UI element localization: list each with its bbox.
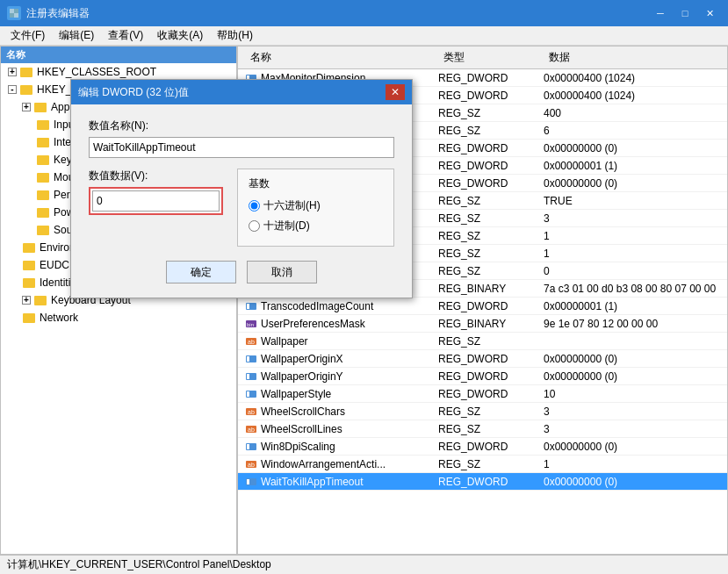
reg-data-cell: 0x00000000 (0) — [537, 176, 727, 190]
reg-data-cell: 3 — [537, 212, 727, 226]
title-bar: 注册表编辑器 ─ □ ✕ — [0, 0, 728, 26]
decimal-radio-input[interactable] — [249, 220, 260, 232]
reg-name-cell: TranscodedImageCount — [238, 299, 431, 313]
reg-type-cell: REG_DWORD — [431, 141, 537, 155]
dialog-cancel-button[interactable]: 取消 — [247, 261, 317, 283]
reg-type-cell: REG_DWORD — [431, 370, 537, 384]
table-row[interactable]: TranscodedImageCount REG_DWORD 0x0000000… — [238, 298, 727, 315]
reg-name-cell: WallpaperOriginX — [238, 352, 431, 366]
menu-help[interactable]: 帮助(H) — [210, 26, 260, 45]
folder-icon-ident — [22, 276, 36, 290]
dialog-data-input[interactable] — [92, 190, 220, 212]
svg-rect-51 — [247, 479, 249, 484]
reg-type-cell: REG_DWORD — [431, 159, 537, 173]
reg-type-cell: REG_BINARY — [431, 282, 537, 296]
hex-radio-label: 十六进制(H) — [263, 198, 321, 213]
table-row[interactable]: ab WindowArrangementActi... REG_SZ 1 — [238, 456, 727, 473]
reg-data-cell: 0x00000000 (0) — [537, 440, 727, 454]
svg-rect-37 — [247, 356, 249, 362]
reg-name-cell: WallpaperStyle — [238, 387, 431, 401]
dialog-close-button[interactable]: ✕ — [386, 84, 405, 100]
table-row[interactable]: WallpaperOriginY REG_DWORD 0x00000000 (0… — [238, 368, 727, 385]
dialog-name-input[interactable] — [89, 137, 394, 158]
dialog-decimal-radio[interactable]: 十进制(D) — [249, 219, 383, 233]
col-header-name: 名称 — [243, 48, 436, 67]
decimal-radio-label: 十进制(D) — [263, 219, 310, 233]
table-row[interactable]: ab Wallpaper REG_SZ — [238, 333, 727, 350]
app-icon — [7, 6, 21, 20]
menu-edit[interactable]: 编辑(E) — [52, 26, 101, 45]
table-row[interactable]: Win8DpiScaling REG_DWORD 0x00000000 (0) — [238, 438, 727, 456]
folder-icon-net — [22, 311, 36, 325]
folder-icon-mouse — [36, 170, 50, 184]
reg-data-cell: 0x00000000 (0) — [537, 370, 727, 384]
svg-text:bin: bin — [247, 322, 254, 327]
tree-item-classes-root[interactable]: + HKEY_CLASSES_ROOT — [1, 63, 236, 81]
reg-name-cell: WallpaperOriginY — [238, 370, 431, 384]
table-row[interactable]: WaitToKillAppTimeout REG_DWORD 0x0000000… — [238, 473, 727, 491]
reg-type-cell: REG_DWORD — [431, 176, 537, 190]
reg-type-icon: ab — [245, 423, 257, 435]
minimize-button[interactable]: ─ — [649, 4, 672, 22]
menu-file[interactable]: 文件(F) — [4, 26, 52, 45]
reg-data-cell: 0x00000000 (0) — [537, 352, 727, 366]
svg-text:ab: ab — [248, 409, 255, 415]
dialog-title-text: 编辑 DWORD (32 位)值 — [78, 85, 189, 100]
svg-text:ab: ab — [248, 339, 255, 345]
tree-header: 名称 — [1, 47, 236, 63]
dialog-name-label: 数值名称(N): — [89, 118, 394, 133]
reg-data-cell: TRUE — [537, 194, 727, 208]
table-row[interactable]: ab WheelScrollLines REG_SZ 3 — [238, 420, 727, 438]
reg-type-cell: REG_SZ — [431, 422, 537, 436]
status-bar: 计算机\HKEY_CURRENT_USER\Control Panel\Desk… — [0, 555, 728, 574]
reg-type-cell: REG_SZ — [431, 334, 537, 348]
svg-rect-41 — [247, 391, 249, 397]
svg-rect-39 — [247, 374, 249, 379]
menu-view[interactable]: 查看(V) — [101, 26, 150, 45]
hex-radio-input[interactable] — [249, 200, 260, 212]
reg-type-icon — [245, 353, 257, 365]
maximize-button[interactable]: □ — [674, 4, 696, 22]
window-close-button[interactable]: ✕ — [698, 4, 721, 22]
reg-type-cell: REG_SZ — [431, 405, 537, 419]
reg-type-icon: bin — [245, 318, 257, 330]
reg-data-cell: 0x00000400 (1024) — [537, 71, 727, 85]
table-row[interactable]: WallpaperStyle REG_DWORD 10 — [238, 385, 727, 403]
dialog-hex-radio[interactable]: 十六进制(H) — [249, 198, 383, 213]
reg-data-cell: 0x00000001 (1) — [537, 159, 727, 173]
dialog-data-label: 数值数据(V): — [89, 169, 223, 183]
reg-name-text: Win8DpiScaling — [261, 441, 335, 453]
table-row[interactable]: WallpaperOriginX REG_DWORD 0x00000000 (0… — [238, 350, 727, 368]
reg-data-cell: 0 — [537, 264, 727, 278]
expand-icon: + — [8, 68, 17, 76]
folder-icon-appevents — [33, 100, 47, 114]
reg-type-cell: REG_BINARY — [431, 317, 537, 331]
reg-data-cell: 1 — [537, 457, 727, 471]
reg-type-icon — [245, 388, 257, 400]
svg-rect-31 — [247, 304, 249, 309]
reg-name-cell: ab Wallpaper — [238, 334, 431, 348]
reg-type-cell: REG_DWORD — [431, 352, 537, 366]
reg-data-cell: 1 — [537, 247, 727, 261]
reg-type-cell: REG_SZ — [431, 124, 537, 138]
reg-type-cell: REG_DWORD — [431, 299, 537, 313]
folder-icon-kbl — [33, 293, 47, 307]
reg-data-cell: 0x00000001 (1) — [537, 299, 727, 313]
table-row[interactable]: bin UserPreferencesMask REG_BINARY 9e 1e… — [238, 315, 727, 333]
dialog-value-section: 数值数据(V): — [89, 169, 223, 215]
folder-icon-input — [36, 118, 50, 132]
reg-name-text: WheelScrollChars — [261, 405, 345, 418]
menu-favorites[interactable]: 收藏夹(A) — [150, 26, 210, 45]
table-row[interactable]: ab WheelScrollChars REG_SZ 3 — [238, 403, 727, 420]
reg-name-text: WheelScrollLines — [261, 423, 342, 435]
expand-icon-appevents: + — [22, 103, 31, 111]
dialog-ok-button[interactable]: 确定 — [166, 261, 236, 283]
reg-name-text: UserPreferencesMask — [261, 318, 365, 330]
reg-data-cell: 400 — [537, 106, 727, 120]
folder-icon-power — [36, 205, 50, 219]
reg-type-cell: REG_DWORD — [431, 475, 537, 489]
folder-icon — [19, 65, 33, 79]
tree-item-network[interactable]: Network — [1, 309, 236, 326]
tree-label-net: Network — [40, 312, 78, 324]
title-bar-text: 注册表编辑器 — [26, 6, 90, 21]
